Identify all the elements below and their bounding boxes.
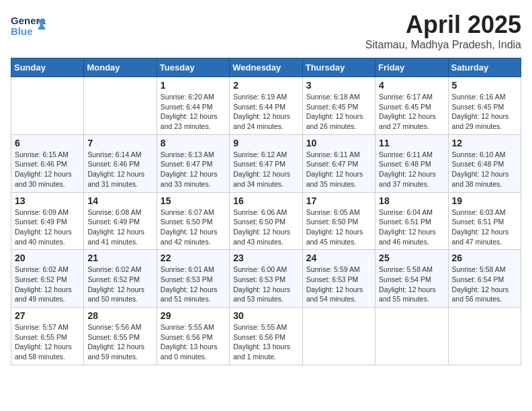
calendar-cell: 15Sunrise: 6:07 AM Sunset: 6:50 PM Dayli… <box>157 192 229 250</box>
day-info: Sunrise: 6:17 AM Sunset: 6:45 PM Dayligh… <box>379 92 444 132</box>
calendar-cell: 11Sunrise: 6:11 AM Sunset: 6:48 PM Dayli… <box>375 134 448 192</box>
day-number: 10 <box>306 138 371 148</box>
day-info: Sunrise: 6:10 AM Sunset: 6:48 PM Dayligh… <box>452 150 517 189</box>
day-number: 11 <box>379 138 444 148</box>
day-number: 5 <box>452 80 517 91</box>
logo-icon: General Blue <box>11 11 46 40</box>
day-number: 26 <box>452 253 517 263</box>
day-info: Sunrise: 6:06 AM Sunset: 6:50 PM Dayligh… <box>233 208 298 247</box>
calendar-cell <box>11 77 84 135</box>
day-number: 7 <box>87 138 152 148</box>
calendar-cell: 20Sunrise: 6:02 AM Sunset: 6:52 PM Dayli… <box>11 250 84 308</box>
day-number: 14 <box>87 195 152 206</box>
day-info: Sunrise: 6:15 AM Sunset: 6:46 PM Dayligh… <box>15 150 80 189</box>
calendar-cell <box>448 308 521 365</box>
calendar-cell: 5Sunrise: 6:16 AM Sunset: 6:45 PM Daylig… <box>448 77 521 135</box>
day-info: Sunrise: 5:55 AM Sunset: 6:56 PM Dayligh… <box>161 322 226 362</box>
weekday-header-saturday: Saturday <box>448 58 521 77</box>
weekday-header-monday: Monday <box>84 58 157 77</box>
svg-text:Blue: Blue <box>11 26 33 37</box>
calendar-cell: 7Sunrise: 6:14 AM Sunset: 6:46 PM Daylig… <box>84 134 157 192</box>
calendar-week-row: 27Sunrise: 5:57 AM Sunset: 6:55 PM Dayli… <box>11 308 521 365</box>
day-info: Sunrise: 6:11 AM Sunset: 6:48 PM Dayligh… <box>379 150 444 189</box>
day-info: Sunrise: 6:00 AM Sunset: 6:53 PM Dayligh… <box>233 265 298 304</box>
page-header: General Blue April 2025 Sitamau, Madhya … <box>11 11 521 51</box>
weekday-header-thursday: Thursday <box>302 58 375 77</box>
day-info: Sunrise: 5:55 AM Sunset: 6:56 PM Dayligh… <box>233 322 298 362</box>
calendar-cell: 12Sunrise: 6:10 AM Sunset: 6:48 PM Dayli… <box>448 134 521 192</box>
day-number: 19 <box>452 195 517 206</box>
day-number: 3 <box>306 80 371 91</box>
day-info: Sunrise: 6:08 AM Sunset: 6:49 PM Dayligh… <box>87 208 152 247</box>
day-number: 21 <box>87 253 152 263</box>
calendar-cell: 2Sunrise: 6:19 AM Sunset: 6:44 PM Daylig… <box>230 77 302 135</box>
weekday-header-friday: Friday <box>375 58 448 77</box>
day-info: Sunrise: 6:12 AM Sunset: 6:47 PM Dayligh… <box>233 150 298 189</box>
calendar-header: SundayMondayTuesdayWednesdayThursdayFrid… <box>11 58 521 77</box>
calendar-cell: 14Sunrise: 6:08 AM Sunset: 6:49 PM Dayli… <box>84 192 157 250</box>
day-info: Sunrise: 6:13 AM Sunset: 6:47 PM Dayligh… <box>161 150 226 189</box>
calendar-cell: 9Sunrise: 6:12 AM Sunset: 6:47 PM Daylig… <box>230 134 302 192</box>
calendar-cell: 19Sunrise: 6:03 AM Sunset: 6:51 PM Dayli… <box>448 192 521 250</box>
day-info: Sunrise: 6:07 AM Sunset: 6:50 PM Dayligh… <box>161 208 226 247</box>
logo: General Blue <box>11 11 46 43</box>
day-number: 18 <box>379 195 444 206</box>
weekday-header-row: SundayMondayTuesdayWednesdayThursdayFrid… <box>11 58 521 77</box>
weekday-header-wednesday: Wednesday <box>230 58 302 77</box>
day-number: 25 <box>379 253 444 263</box>
day-number: 16 <box>233 195 298 206</box>
day-number: 2 <box>233 80 298 91</box>
day-number: 17 <box>306 195 371 206</box>
day-number: 27 <box>15 310 80 321</box>
day-info: Sunrise: 6:11 AM Sunset: 6:47 PM Dayligh… <box>306 150 371 189</box>
day-number: 28 <box>87 310 152 321</box>
calendar-cell: 26Sunrise: 5:58 AM Sunset: 6:54 PM Dayli… <box>448 250 521 308</box>
day-number: 30 <box>233 310 298 321</box>
weekday-header-sunday: Sunday <box>11 58 84 77</box>
day-number: 4 <box>379 80 444 91</box>
calendar-table: SundayMondayTuesdayWednesdayThursdayFrid… <box>11 58 521 365</box>
month-year-title: April 2025 <box>365 11 521 39</box>
day-number: 29 <box>161 310 226 321</box>
calendar-body: 1Sunrise: 6:20 AM Sunset: 6:44 PM Daylig… <box>11 77 521 365</box>
day-info: Sunrise: 6:02 AM Sunset: 6:52 PM Dayligh… <box>87 265 152 304</box>
calendar-cell: 13Sunrise: 6:09 AM Sunset: 6:49 PM Dayli… <box>11 192 84 250</box>
day-info: Sunrise: 6:09 AM Sunset: 6:49 PM Dayligh… <box>15 208 80 247</box>
day-info: Sunrise: 6:01 AM Sunset: 6:53 PM Dayligh… <box>161 265 226 304</box>
day-info: Sunrise: 6:16 AM Sunset: 6:45 PM Dayligh… <box>452 92 517 132</box>
calendar-cell: 25Sunrise: 5:58 AM Sunset: 6:54 PM Dayli… <box>375 250 448 308</box>
weekday-header-tuesday: Tuesday <box>157 58 229 77</box>
calendar-cell: 16Sunrise: 6:06 AM Sunset: 6:50 PM Dayli… <box>230 192 302 250</box>
day-info: Sunrise: 6:19 AM Sunset: 6:44 PM Dayligh… <box>233 92 298 132</box>
day-info: Sunrise: 6:20 AM Sunset: 6:44 PM Dayligh… <box>161 92 226 132</box>
day-number: 9 <box>233 138 298 148</box>
day-info: Sunrise: 6:05 AM Sunset: 6:50 PM Dayligh… <box>306 208 371 247</box>
day-info: Sunrise: 6:14 AM Sunset: 6:46 PM Dayligh… <box>87 150 152 189</box>
calendar-cell: 3Sunrise: 6:18 AM Sunset: 6:45 PM Daylig… <box>302 77 375 135</box>
calendar-cell: 29Sunrise: 5:55 AM Sunset: 6:56 PM Dayli… <box>157 308 229 365</box>
day-number: 13 <box>15 195 80 206</box>
calendar-cell <box>375 308 448 365</box>
day-number: 6 <box>15 138 80 148</box>
calendar-cell: 22Sunrise: 6:01 AM Sunset: 6:53 PM Dayli… <box>157 250 229 308</box>
day-number: 23 <box>233 253 298 263</box>
day-number: 8 <box>161 138 226 148</box>
day-info: Sunrise: 6:02 AM Sunset: 6:52 PM Dayligh… <box>15 265 80 304</box>
calendar-cell: 4Sunrise: 6:17 AM Sunset: 6:45 PM Daylig… <box>375 77 448 135</box>
day-number: 22 <box>161 253 226 263</box>
calendar-cell: 21Sunrise: 6:02 AM Sunset: 6:52 PM Dayli… <box>84 250 157 308</box>
calendar-cell: 24Sunrise: 5:59 AM Sunset: 6:53 PM Dayli… <box>302 250 375 308</box>
title-section: April 2025 Sitamau, Madhya Pradesh, Indi… <box>365 11 521 51</box>
calendar-week-row: 1Sunrise: 6:20 AM Sunset: 6:44 PM Daylig… <box>11 77 521 135</box>
day-info: Sunrise: 5:58 AM Sunset: 6:54 PM Dayligh… <box>379 265 444 304</box>
calendar-cell: 23Sunrise: 6:00 AM Sunset: 6:53 PM Dayli… <box>230 250 302 308</box>
calendar-cell: 28Sunrise: 5:56 AM Sunset: 6:55 PM Dayli… <box>84 308 157 365</box>
day-info: Sunrise: 5:57 AM Sunset: 6:55 PM Dayligh… <box>15 322 80 362</box>
day-info: Sunrise: 5:58 AM Sunset: 6:54 PM Dayligh… <box>452 265 517 304</box>
calendar-cell: 17Sunrise: 6:05 AM Sunset: 6:50 PM Dayli… <box>302 192 375 250</box>
calendar-cell: 1Sunrise: 6:20 AM Sunset: 6:44 PM Daylig… <box>157 77 229 135</box>
calendar-cell: 8Sunrise: 6:13 AM Sunset: 6:47 PM Daylig… <box>157 134 229 192</box>
calendar-cell: 6Sunrise: 6:15 AM Sunset: 6:46 PM Daylig… <box>11 134 84 192</box>
day-info: Sunrise: 5:59 AM Sunset: 6:53 PM Dayligh… <box>306 265 371 304</box>
day-info: Sunrise: 6:03 AM Sunset: 6:51 PM Dayligh… <box>452 208 517 247</box>
